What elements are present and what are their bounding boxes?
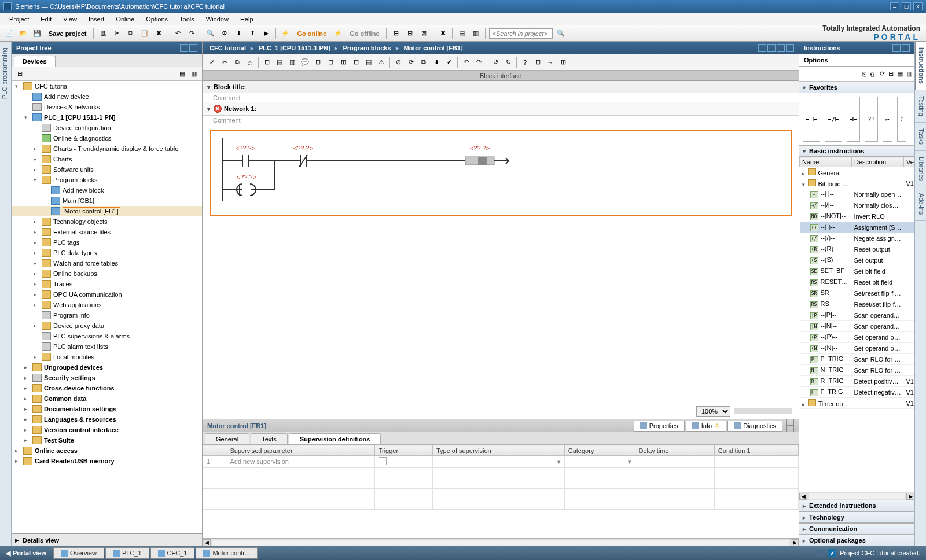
tree-item[interactable]: ▸Device proxy data — [12, 320, 202, 331]
dropdown-icon[interactable]: ▾ — [557, 458, 561, 466]
copy-icon[interactable]: ⧉ — [125, 28, 137, 39]
hscrollbar[interactable]: ◀▶ — [203, 538, 799, 546]
editor-tool-12-icon[interactable]: ⊟ — [350, 57, 362, 68]
block-comment[interactable]: Comment — [203, 93, 799, 102]
block-interface-bar[interactable]: Block interface — [203, 71, 799, 81]
menu-project[interactable]: Project — [3, 16, 35, 23]
column-header[interactable]: Condition 1 — [714, 445, 798, 456]
tree-item[interactable]: ▾Program blocks — [12, 175, 202, 185]
expand-icon[interactable]: ▾ — [15, 83, 21, 89]
accordion-extended-instructions[interactable]: ▸Extended instructions — [799, 500, 914, 511]
favorite-item[interactable]: ⤴ — [897, 97, 906, 142]
instr-item[interactable]: (/--(/)--Negate assignment — [800, 233, 915, 244]
tree-item[interactable]: Online & diagnostics — [12, 133, 202, 143]
expand-icon[interactable]: ▸ — [24, 406, 30, 412]
tree-item[interactable]: Add new block — [12, 185, 202, 196]
opt-tool1-icon[interactable]: ⟳ — [879, 68, 885, 80]
editor-tool-5-icon[interactable]: ⊟ — [261, 57, 273, 68]
instr-category[interactable]: ▸General — [800, 167, 915, 178]
inspector-tab-properties[interactable]: Properties — [634, 421, 685, 432]
grid-view-icon[interactable]: ▤ — [896, 68, 903, 80]
find-prev-icon[interactable]: ⎗ — [869, 68, 874, 80]
menu-insert[interactable]: Insert — [83, 16, 111, 23]
editor-tool-7-icon[interactable]: ▥ — [286, 57, 298, 68]
find-next-icon[interactable]: ⎘ — [862, 68, 867, 80]
tree-item[interactable]: ▸PLC tags — [12, 237, 202, 248]
tree-item[interactable]: ▸Traces — [12, 279, 202, 289]
editor-tool-16-icon[interactable]: ⊘ — [392, 57, 404, 68]
inspector-tab-info[interactable]: Info ⚠ — [686, 421, 726, 432]
supervision-grid[interactable]: Supervised parameterTriggerType of super… — [203, 445, 799, 538]
expand-icon[interactable]: ▸ — [34, 240, 39, 245]
devices-view-icon[interactable]: ⊞ — [14, 68, 25, 80]
inspector-tab-diagnostics[interactable]: Diagnostics — [727, 421, 782, 432]
instr-column[interactable]: Vers... — [904, 157, 915, 167]
instr-item[interactable]: SESET_BFSet bit field — [800, 266, 915, 277]
instr-hscrollbar[interactable]: ◀▶ — [799, 492, 914, 500]
menu-options[interactable]: Options — [140, 16, 174, 23]
print-icon[interactable]: 🖶 — [97, 28, 109, 39]
instr-category[interactable]: ▾Bit logic operationsV1.0 — [800, 178, 915, 189]
editor-tool-28-icon[interactable]: ? — [519, 57, 531, 68]
tree-item[interactable]: ▸Technology objects — [12, 216, 202, 227]
footer-tab[interactable]: Motor contr... — [196, 547, 257, 559]
expand-icon[interactable]: ▸ — [15, 458, 21, 464]
trigger-checkbox[interactable] — [379, 457, 387, 465]
search-project-icon[interactable]: 🔍 — [555, 28, 567, 39]
opt-tool2-icon[interactable]: ⊞ — [888, 68, 894, 80]
instr-item[interactable]: ()--( )--Assignment [Shift+F7] — [800, 222, 915, 233]
editor-tool-2-icon[interactable]: ⧉ — [232, 57, 243, 68]
minimize-button[interactable]: – — [890, 2, 899, 10]
footer-tab[interactable]: PLC_1 — [105, 547, 149, 559]
zoom-control[interactable]: 100% — [696, 406, 792, 417]
editor-tool-13-icon[interactable]: ▤ — [363, 57, 374, 68]
breadcrumb-item[interactable]: CFC tutorial — [207, 45, 248, 51]
inspector-dock-icon[interactable] — [786, 418, 794, 426]
editor-tool-14-icon[interactable]: ⚠ — [376, 57, 387, 68]
tool-icon-2[interactable]: ⊟ — [404, 28, 416, 39]
tree-item[interactable]: ▸Charts — [12, 154, 202, 164]
breadcrumb-item[interactable]: PLC_1 [CPU 1511-1 PN] — [256, 45, 333, 51]
instr-item[interactable]: P_P_TRIGScan RLO for positive si... — [800, 354, 915, 365]
new-project-icon[interactable]: 📄 — [3, 28, 15, 39]
undo-icon[interactable]: ↶ — [172, 28, 183, 39]
editor-tool-6-icon[interactable]: ▤ — [274, 57, 285, 68]
save-project-button[interactable]: Save project — [45, 30, 90, 37]
tree-item[interactable]: Device configuration — [12, 123, 202, 133]
close-tool-icon[interactable]: ✖ — [437, 28, 449, 39]
column-header[interactable]: Category — [564, 445, 635, 456]
split-h-icon[interactable]: ▤ — [456, 28, 468, 39]
instr-item[interactable]: ⊣/--|/|--Normally closed conta... — [800, 200, 915, 211]
tree-item[interactable]: ▸OPC UA communication — [12, 289, 202, 300]
editor-tool-0-icon[interactable]: ⤢ — [206, 57, 218, 68]
tool-icon-1[interactable]: ⊞ — [390, 28, 402, 39]
tree-item[interactable]: ▸Software units — [12, 164, 202, 175]
instr-item[interactable]: SRSRSet/reset flip-flop — [800, 288, 915, 299]
block-title-header[interactable]: ▾ Block title: — [203, 81, 799, 93]
footer-tab[interactable]: CFC_1 — [150, 547, 195, 559]
menu-view[interactable]: View — [57, 16, 83, 23]
vtab-tasks[interactable]: Tasks — [915, 123, 926, 151]
expand-icon[interactable]: ▸ — [24, 437, 30, 443]
favorite-item[interactable]: ⊣ ⊢ — [803, 97, 820, 142]
go-offline-icon[interactable]: ⚡ — [332, 28, 344, 39]
collapse-icon[interactable] — [902, 44, 910, 52]
vtab-testing[interactable]: Testing — [915, 90, 926, 123]
expand-icon[interactable]: ▸ — [34, 323, 39, 329]
details-view-bar[interactable]: ▶ Details view — [12, 533, 202, 546]
search-in-project-input[interactable] — [489, 28, 553, 39]
editor-minimize-icon[interactable] — [758, 44, 766, 52]
expand-icon[interactable]: ▸ — [34, 354, 39, 360]
dropdown-icon[interactable]: ▾ — [628, 458, 631, 466]
column-header[interactable]: Type of supervision — [432, 445, 564, 456]
expand-icon[interactable]: ▸ — [34, 146, 39, 152]
expand-icon[interactable]: ▸ — [34, 292, 39, 297]
instr-item[interactable]: (P--(P)--Set operand on positiv... — [800, 332, 915, 343]
supervision-row[interactable]: 1 Add new supervision ▾ ▾ — [203, 456, 799, 468]
expand-icon[interactable]: ▸ — [24, 375, 30, 381]
zoom-select[interactable]: 100% — [696, 406, 730, 417]
tree-item[interactable]: ▸Online access — [12, 445, 202, 456]
tree-item[interactable]: Program info — [12, 310, 202, 320]
favorite-item[interactable]: ?? — [865, 97, 878, 142]
tree-item[interactable]: ▸Common data — [12, 393, 202, 404]
